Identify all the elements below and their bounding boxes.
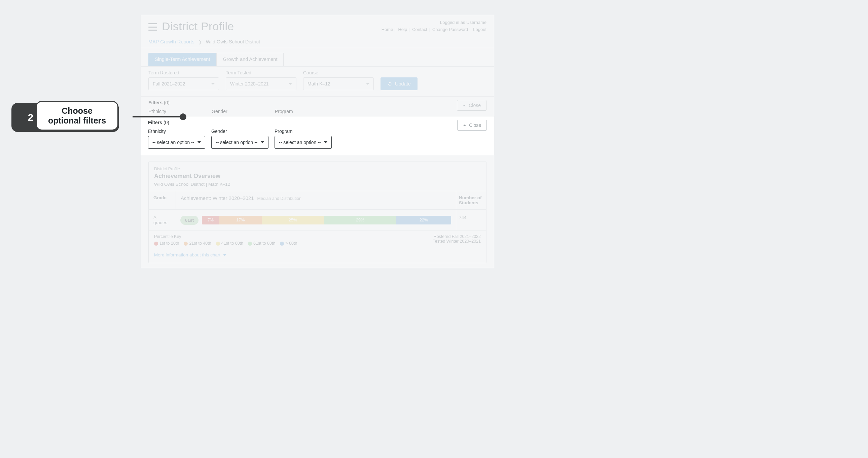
annotation-callout: 2 Choose optional filters xyxy=(11,101,118,130)
row-grade: All grades xyxy=(149,210,176,231)
distribution-segment: 22% xyxy=(396,216,451,224)
select-course[interactable]: Math K–12 xyxy=(303,78,374,90)
legend-swatch xyxy=(154,242,158,246)
select-ethnicity-value: -- select an option -- xyxy=(153,120,195,125)
breadcrumb: MAP Growth Reports ❯ Wild Owls School Di… xyxy=(141,34,494,48)
chevron-down-icon xyxy=(366,83,369,85)
chevron-down-icon xyxy=(261,121,265,123)
app-header: District Profile Logged in as Username H… xyxy=(141,15,494,34)
label-term-rostered: Term Rostered xyxy=(148,70,219,75)
col-achievement-title: Achievement: Winter 2020–2021 xyxy=(181,195,254,201)
term-selector-row: Term Rostered Fall 2021–2022 Term Tested… xyxy=(141,66,494,97)
legend-swatch xyxy=(248,242,252,246)
close-filters-button[interactable]: Close xyxy=(457,120,487,130)
logged-in-text: Logged in as Username xyxy=(381,20,487,25)
link-help[interactable]: Help xyxy=(398,27,407,32)
label-program: Program xyxy=(275,109,332,114)
legend-swatch xyxy=(184,242,188,246)
link-contact[interactable]: Contact xyxy=(412,27,427,32)
select-term-rostered[interactable]: Fall 2021–2022 xyxy=(148,78,219,90)
row-students: 744 xyxy=(456,210,486,231)
card-eyebrow: District Profile xyxy=(154,166,481,171)
legend-item: 61st to 80th xyxy=(248,241,275,246)
col-students: Number of Students xyxy=(456,191,486,209)
tabs: Single-Term Achievement Growth and Achie… xyxy=(141,48,494,66)
label-course: Course xyxy=(303,70,374,75)
footer-tested: Tested Winter 2020–2021 xyxy=(433,239,481,244)
tab-growth[interactable]: Growth and Achievement xyxy=(216,53,284,66)
page-title: District Profile xyxy=(162,20,234,33)
distribution-segment: 29% xyxy=(324,216,396,224)
select-gender-value: -- select an option -- xyxy=(216,140,258,145)
chevron-up-icon xyxy=(463,105,466,106)
filters-panel: Filters (0) Ethnicity -- select an optio… xyxy=(141,97,494,135)
filters-count: (0) xyxy=(164,100,169,105)
chevron-down-icon xyxy=(223,254,226,256)
select-program-value: -- select an option -- xyxy=(279,140,321,145)
percentile-pill: 61st xyxy=(180,216,198,225)
legend-item: > 80th xyxy=(280,241,297,246)
legend-item: 41st to 60th xyxy=(216,241,243,246)
card-title: Achievement Overview xyxy=(154,173,481,180)
filters-title: Filters xyxy=(148,100,162,105)
annotation-pointer-dot xyxy=(180,114,186,120)
refresh-icon xyxy=(387,82,392,87)
select-term-tested[interactable]: Winter 2020–2021 xyxy=(226,78,297,90)
close-filters-button[interactable]: Close xyxy=(457,100,487,111)
select-term-rostered-value: Fall 2021–2022 xyxy=(153,81,185,87)
select-term-tested-value: Winter 2020–2021 xyxy=(230,81,269,87)
select-gender[interactable]: -- select an option -- xyxy=(211,136,269,149)
col-achievement: Achievement: Winter 2020–2021 Median and… xyxy=(176,191,456,209)
select-ethnicity[interactable]: -- select an option -- xyxy=(148,116,206,129)
select-program-value: -- select an option -- xyxy=(279,120,321,125)
chevron-down-icon xyxy=(289,83,292,85)
select-program[interactable]: -- select an option -- xyxy=(275,136,332,149)
label-gender: Gender xyxy=(212,109,269,114)
distribution-segment: 25% xyxy=(262,216,324,224)
header-links: Home| Help| Contact| Change Password| Lo… xyxy=(381,27,487,32)
distribution-segment: 7% xyxy=(202,216,219,224)
tab-single-term[interactable]: Single-Term Achievement xyxy=(148,53,216,66)
update-button-label: Update xyxy=(395,81,411,87)
distribution-bar: 7%17%25%29%22% xyxy=(202,216,451,224)
select-ethnicity[interactable]: -- select an option -- xyxy=(148,136,205,149)
hamburger-icon[interactable] xyxy=(148,23,157,31)
select-course-value: Math K–12 xyxy=(308,81,330,87)
legend-swatch xyxy=(280,242,284,246)
close-filters-label: Close xyxy=(469,122,481,128)
card-subtitle: Wild Owls School District | Math K–12 xyxy=(154,182,481,187)
link-logout[interactable]: Logout xyxy=(473,27,487,32)
footer-rostered: Rostered Fall 2021–2022 xyxy=(433,234,481,239)
col-achievement-sub: Median and Distribution xyxy=(257,196,302,201)
distribution-segment: 17% xyxy=(219,216,262,224)
achievement-card: District Profile Achievement Overview Wi… xyxy=(148,161,487,263)
annotation-line2: optional filters xyxy=(48,116,106,125)
select-program[interactable]: -- select an option -- xyxy=(275,116,332,129)
update-button[interactable]: Update xyxy=(380,78,417,90)
chevron-up-icon xyxy=(463,124,466,126)
legend-item: 1st to 20th xyxy=(154,241,179,246)
link-change-password[interactable]: Change Password xyxy=(432,27,468,32)
percentile-key-title: Percentile Key xyxy=(154,234,297,239)
legend-item: 21st to 40th xyxy=(184,241,211,246)
legend-swatch xyxy=(216,242,220,246)
table-row: All grades 61st 7%17%25%29%22% 744 xyxy=(149,210,486,231)
select-gender[interactable]: -- select an option -- xyxy=(212,116,269,129)
chevron-down-icon xyxy=(198,121,201,123)
chevron-right-icon: ❯ xyxy=(198,40,202,44)
chevron-down-icon xyxy=(324,141,327,143)
col-grade: Grade xyxy=(149,191,176,209)
label-ethnicity: Ethnicity xyxy=(148,109,206,114)
more-info-toggle[interactable]: More information about this chart xyxy=(149,250,486,263)
chevron-down-icon xyxy=(197,141,201,143)
more-info-label: More information about this chart xyxy=(154,252,220,257)
breadcrumb-root[interactable]: MAP Growth Reports xyxy=(148,39,194,44)
select-ethnicity-value: -- select an option -- xyxy=(152,140,194,145)
annotation-leader-line xyxy=(132,116,182,117)
chevron-down-icon xyxy=(324,121,328,123)
link-home[interactable]: Home xyxy=(381,27,393,32)
annotation-line1: Choose xyxy=(48,106,106,116)
percentile-key: 1st to 20th21st to 40th41st to 60th61st … xyxy=(154,241,297,246)
header-user-links: Logged in as Username Home| Help| Contac… xyxy=(381,20,487,32)
select-gender-value: -- select an option -- xyxy=(216,120,258,125)
